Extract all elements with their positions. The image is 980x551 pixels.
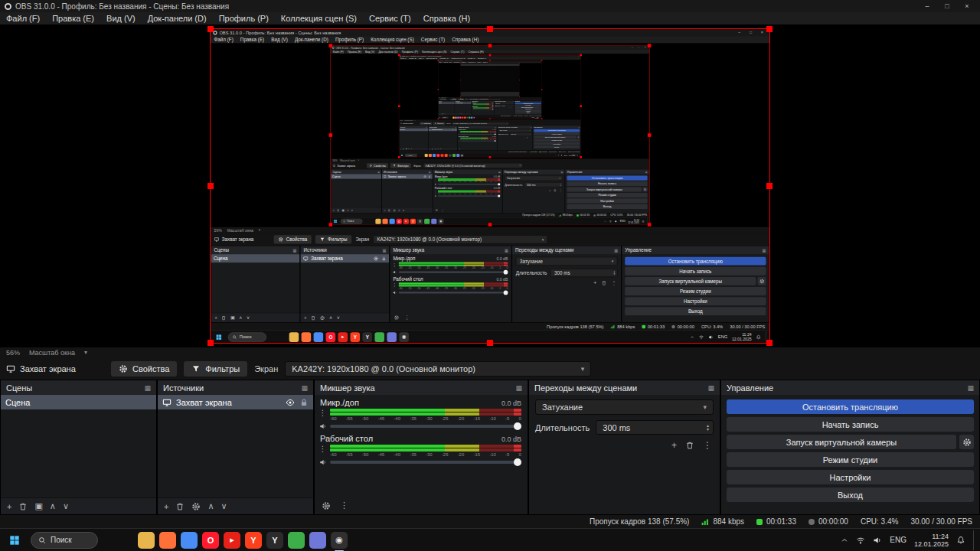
add-transition-button[interactable]: + [524,137,524,139]
start-button[interactable] [213,331,224,343]
network-icon[interactable] [609,220,612,223]
filters-button[interactable]: Фильтры [433,122,445,125]
start-virtual-camera-button[interactable]: Запуск виртуальной камеры [534,135,577,139]
menu-docks[interactable]: Док-панели (D) [142,14,213,23]
start-button[interactable] [400,153,403,157]
start-recording-button[interactable]: Начать запись [727,417,974,432]
volume-slider[interactable] [438,183,500,186]
dock-menu-icon[interactable]: ▦ [144,384,151,392]
remove-transition-button[interactable] [511,107,511,108]
taskbar-app-firefox[interactable] [159,532,176,549]
channel-options-button[interactable]: ⋮ [434,178,436,181]
settings-button[interactable]: Настройки [625,297,766,305]
taskbar-search-input[interactable]: Поиск [341,219,363,224]
dock-menu-icon[interactable]: ▦ [614,248,618,253]
taskbar-app-explorer[interactable] [375,219,381,224]
duration-input[interactable]: 300 ms ▴ ▾ [501,105,514,106]
resize-handle-bottom-left[interactable] [398,156,400,158]
resize-handle-bottom-left[interactable] [329,223,333,227]
menu-help[interactable]: Справка (H) [417,14,476,23]
taskbar-app-obs-studio[interactable]: ◉ [473,117,475,119]
duration-spinner[interactable]: ▴ ▾ [613,271,615,276]
mixer-options-button[interactable]: ⋮ [441,208,444,211]
zoom-label[interactable]: Масштаб окна [29,349,75,357]
add-scene-button[interactable]: + [333,209,335,212]
remove-source-button[interactable] [311,315,316,321]
notifications-bell-icon[interactable] [956,536,965,545]
menu-tools[interactable]: Сервис (T) [363,14,417,23]
resize-handle-bottom-left[interactable] [207,340,214,346]
notifications-bell-icon[interactable] [539,117,540,118]
language-indicator[interactable]: ENG [718,334,727,339]
advanced-audio-button[interactable] [394,315,400,320]
captured-screen-source[interactable]: OBS 31.0.0 - Профиль: Без названия - Сце… [211,29,769,343]
slider-knob[interactable] [498,183,500,185]
taskbar-app-opera[interactable]: O [436,154,439,157]
channel-options-button[interactable]: ⋮ [319,409,327,417]
spinner-down-icon[interactable]: ▾ [707,428,709,432]
add-source-button[interactable]: + [304,315,307,321]
taskbar-app-opera[interactable]: O [202,532,219,549]
menu-edit[interactable]: Правка (E) [345,51,363,54]
zoom-caret-icon[interactable]: ▾ [259,228,260,232]
taskbar-app-yandex-browser[interactable]: Y [350,332,360,342]
dock-menu-icon[interactable]: ▦ [763,248,766,253]
dock-menu-icon[interactable]: ▦ [561,171,564,173]
mixer-options-button[interactable]: ⋮ [474,113,475,114]
resize-handle-top-left[interactable] [398,54,400,57]
studio-mode-button[interactable]: Режим студии [567,193,647,197]
taskbar-app-explorer[interactable] [138,532,155,549]
filters-button[interactable]: Фильтры [184,361,247,377]
visibility-eye-button[interactable] [374,256,379,261]
start-recording-button[interactable]: Начать запись [534,132,580,135]
stop-streaming-button[interactable]: Остановить трансляцию [534,129,580,132]
virtual-camera-settings-button[interactable] [758,277,766,285]
settings-button[interactable]: Настройки [727,470,974,484]
lock-button[interactable] [428,175,431,178]
advanced-audio-button[interactable] [435,209,438,212]
taskbar-app-explorer[interactable] [425,154,428,157]
exit-button[interactable]: Выход [534,145,580,148]
dock-menu-icon[interactable]: ▦ [505,248,508,253]
remove-transition-button[interactable] [554,189,557,192]
taskbar-clock[interactable]: 11:24 12.01.2025 [628,219,639,224]
add-transition-button[interactable]: + [549,189,550,193]
scene-item[interactable]: Сцена [331,174,381,178]
advanced-audio-button[interactable] [459,148,460,149]
slider-knob[interactable] [498,194,500,197]
source-item[interactable]: Захват экрана [428,129,457,132]
preview-area[interactable] [438,64,541,97]
resize-handle-top-center[interactable] [488,44,492,47]
menu-tools[interactable]: Сервис (T) [449,51,466,54]
taskbar-app-explorer[interactable] [289,332,299,342]
duration-input[interactable]: 300 ms ▴ ▾ [510,133,532,136]
zoom-label[interactable]: Масштаб окна [227,228,253,233]
transition-select[interactable]: Затухание ▾ [495,103,514,104]
duration-input[interactable]: 300 ms ▴ ▾ [596,420,714,435]
transition-options-button[interactable]: ⋮ [512,107,513,108]
taskbar-app-music[interactable]: Y [417,219,423,224]
visibility-eye-button[interactable] [452,129,453,130]
speaker-icon[interactable] [615,220,618,223]
scene-item[interactable]: Сцена [399,129,428,132]
captured-screen-source[interactable] [460,64,519,96]
taskbar-app-chrome[interactable] [181,532,198,549]
speaker-icon[interactable] [561,155,563,156]
resize-handle-middle-right[interactable] [519,80,520,80]
preview-area[interactable]: OBS 31.0.0 - Профиль: Без названия - Сце… [0,25,980,347]
resize-handle-bottom-center[interactable] [488,223,492,227]
channel-options-button[interactable]: ⋮ [319,445,327,453]
start-recording-button[interactable]: Начать запись [625,267,766,276]
properties-button[interactable]: Свойства [274,235,312,243]
resize-handle-top-center[interactable] [490,64,491,64]
lock-button[interactable] [381,256,387,261]
stop-streaming-button[interactable]: Остановить трансляцию [727,399,974,414]
duration-spinner[interactable]: ▴ ▾ [560,184,561,186]
slider-knob[interactable] [514,458,521,466]
channel-options-button[interactable]: ⋮ [393,282,397,287]
scene-filters-button[interactable]: ▣ [230,315,235,321]
scene-down-button[interactable]: ∨ [63,501,69,511]
menu-docks[interactable]: Док-панели (D) [291,37,332,42]
resize-handle-bottom-right[interactable] [648,223,652,227]
volume-slider[interactable] [460,133,495,135]
